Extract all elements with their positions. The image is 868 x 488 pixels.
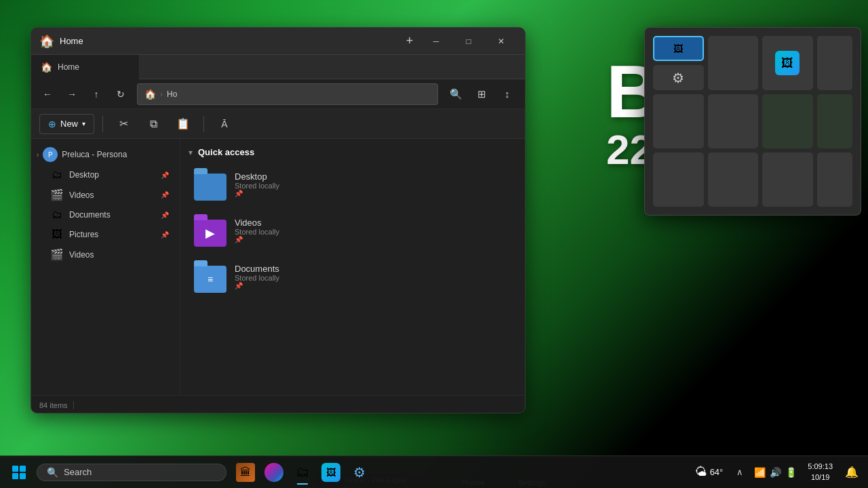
refresh-button[interactable]: ↻ xyxy=(110,83,132,105)
snap-cell-3-1[interactable] xyxy=(653,152,704,207)
desktop-pin-icon: 📌 xyxy=(161,171,169,179)
file-item-desktop-sub: Stored locally xyxy=(235,182,279,190)
taskbar-app-museum[interactable]: 🏛 xyxy=(232,459,259,486)
sidebar-pictures-label: Pictures xyxy=(69,230,98,239)
main-panel: ▾ Quick access Desktop Stored locally 📌 xyxy=(180,139,525,395)
command-bar: ⊕ New ▾ ✂ ⧉ 📋 Ā xyxy=(31,109,525,139)
rename-button[interactable]: Ā xyxy=(212,113,237,135)
paint-app-icon xyxy=(264,463,283,482)
sidebar-desktop-label: Desktop xyxy=(69,170,99,180)
new-button[interactable]: ⊕ New ▾ xyxy=(39,114,94,134)
tab-home[interactable]: 🏠 Home xyxy=(31,55,140,79)
snap-cell-1-1[interactable] xyxy=(708,36,759,90)
file-item-documents-info: Documents Stored locally 📌 xyxy=(235,264,279,289)
battery-icon[interactable]: 🔋 xyxy=(785,467,797,478)
file-item-videos-info: Videos Stored locally 📌 xyxy=(235,218,279,243)
navigation-toolbar: ← → ↑ ↻ 🏠 › Ho 🔍 ⊞ ↕ xyxy=(31,79,525,109)
new-tab-button[interactable]: + xyxy=(399,30,420,52)
file-item-documents-sub: Stored locally xyxy=(235,274,279,282)
snap-cell-2-1[interactable] xyxy=(653,94,704,148)
snap-cell-1-4-bottom[interactable]: ⚙ xyxy=(653,65,704,90)
forward-button[interactable]: → xyxy=(61,83,83,105)
close-button[interactable]: ✕ xyxy=(486,30,517,52)
videos-pin-icon: 📌 xyxy=(161,191,169,199)
taskbar-search-bar[interactable]: 🔍 Search xyxy=(37,464,226,481)
title-bar-app-icon: 🏠 xyxy=(39,34,54,49)
address-bar[interactable]: 🏠 › Ho xyxy=(137,83,438,105)
quick-access-expand-icon[interactable]: ▾ xyxy=(189,148,193,157)
status-items-count: 84 items xyxy=(39,401,68,409)
taskbar-app-explorer[interactable]: 🗂 xyxy=(289,459,316,486)
system-tray[interactable]: ∧ xyxy=(731,464,749,480)
tab-home-icon: 🏠 xyxy=(41,62,52,73)
file-item-desktop[interactable]: Desktop Stored locally 📌 xyxy=(189,163,517,206)
title-bar-title: Home xyxy=(60,36,399,46)
view-options-button[interactable]: ⊞ xyxy=(469,83,494,105)
sidebar-item-documents[interactable]: 🗂 Documents 📌 xyxy=(34,205,177,224)
copy-button[interactable]: ⧉ xyxy=(141,113,165,135)
sidebar-item-pictures[interactable]: 🖼 Pictures 📌 xyxy=(34,225,177,244)
start-button[interactable] xyxy=(5,459,33,486)
wifi-icon[interactable]: 📶 xyxy=(754,467,766,478)
quick-access-title: Quick access xyxy=(198,147,254,157)
new-button-plus-icon: ⊕ xyxy=(48,119,56,129)
snap-photos-small-icon: 🖼 xyxy=(673,43,683,54)
up-button[interactable]: ↑ xyxy=(85,83,107,105)
snap-cell-3-3[interactable] xyxy=(762,152,813,207)
clock-time: 5:09:13 xyxy=(808,462,833,472)
snap-cell-1-3[interactable] xyxy=(817,36,852,90)
notification-bell-button[interactable]: 🔔 xyxy=(841,462,863,483)
snap-cell-2-2[interactable] xyxy=(708,94,759,148)
snap-cell-1-4-top[interactable]: 🖼 xyxy=(653,36,704,61)
file-explorer-window: 🏠 Home + ─ □ ✕ 🏠 Home ← → ↑ ↻ 🏠 › Ho 🔍 ⊞… xyxy=(31,27,526,413)
sidebar-documents-label: Documents xyxy=(69,210,111,220)
sidebar-videos-label: Videos xyxy=(69,190,94,200)
snap-cell-3-2[interactable] xyxy=(708,152,759,207)
paste-button[interactable]: 📋 xyxy=(171,113,195,135)
cut-button[interactable]: ✂ xyxy=(111,113,136,135)
file-item-videos[interactable]: ▶ Videos Stored locally 📌 xyxy=(189,209,517,252)
taskbar-app-paint[interactable] xyxy=(260,459,288,486)
snap-cell-2-4[interactable] xyxy=(817,94,852,148)
taskbar-app-list: 🏛 🗂 🖼 ⚙ xyxy=(232,459,373,486)
sidebar-item-videos-2[interactable]: 🎬 Videos xyxy=(34,245,177,264)
active-indicator xyxy=(297,483,308,485)
snap-cell-2-3[interactable] xyxy=(762,94,813,148)
sidebar-videos2-label: Videos xyxy=(69,250,94,260)
quick-access-header: ▾ Quick access xyxy=(189,147,517,157)
account-avatar: P xyxy=(43,147,58,162)
file-item-documents[interactable]: ≡ Documents Stored locally 📌 xyxy=(189,255,517,298)
sidebar-account-section[interactable]: › P Preluca - Persona xyxy=(31,144,180,165)
minimize-button[interactable]: ─ xyxy=(420,30,452,52)
volume-icon[interactable]: 🔊 xyxy=(770,467,781,478)
weather-icon: 🌤 xyxy=(695,465,707,479)
file-item-videos-name: Videos xyxy=(235,218,279,228)
snap-gear-small-icon: ⚙ xyxy=(672,70,684,86)
sidebar-item-videos[interactable]: 🎬 Videos 📌 xyxy=(34,185,177,205)
weather-widget[interactable]: 🌤 64° xyxy=(690,462,729,482)
bell-icon: 🔔 xyxy=(845,466,859,479)
back-button[interactable]: ← xyxy=(37,83,58,105)
sidebar-item-desktop[interactable]: 🗂 Desktop 📌 xyxy=(34,165,177,184)
search-button[interactable]: 🔍 xyxy=(443,83,468,105)
explorer-app-icon: 🗂 xyxy=(293,463,312,482)
snap-cell-1-2[interactable]: 🖼 xyxy=(762,36,813,90)
sort-button[interactable]: ↕ xyxy=(495,83,519,105)
file-item-desktop-name: Desktop xyxy=(235,171,279,182)
snap-cell-3-4[interactable] xyxy=(817,152,852,207)
command-separator-1 xyxy=(102,116,103,132)
taskbar-app-photos[interactable]: 🖼 xyxy=(317,459,344,486)
file-item-videos-pin-icon: 📌 xyxy=(235,236,279,243)
documents-pin-icon: 📌 xyxy=(161,211,169,219)
taskbar-search-text: Search xyxy=(64,467,92,477)
file-item-videos-sub: Stored locally xyxy=(235,228,279,236)
maximize-button[interactable]: □ xyxy=(453,30,484,52)
desktop-folder-icon: 🗂 xyxy=(50,169,64,181)
tab-home-label: Home xyxy=(58,62,79,72)
new-button-chevron-icon: ▾ xyxy=(82,120,85,127)
clock-widget[interactable]: 5:09:13 10/19 xyxy=(802,460,838,484)
videos-folder-icon: 🎬 xyxy=(50,188,64,201)
taskbar-app-settings[interactable]: ⚙ xyxy=(346,459,373,486)
snap-overlay: 🖼 🖼 ⚙ xyxy=(644,27,861,216)
snap-grid: 🖼 🖼 ⚙ xyxy=(653,36,852,207)
